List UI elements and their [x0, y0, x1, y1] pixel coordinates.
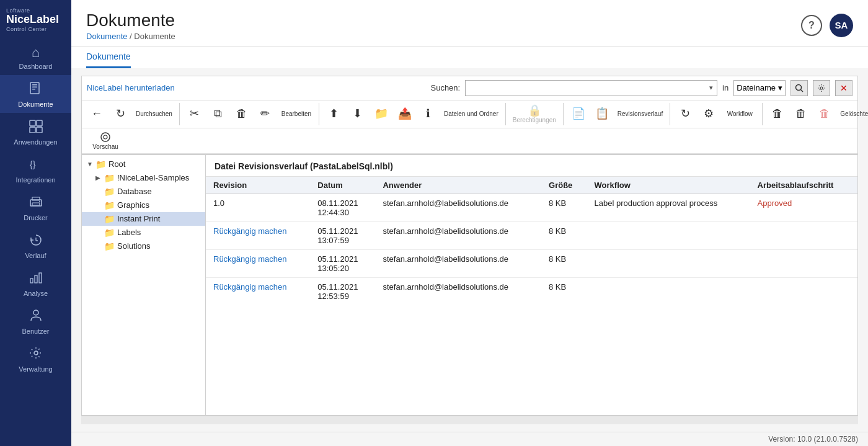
svg-point-18	[33, 310, 38, 315]
workflow-settings-button[interactable]: ⚙	[698, 106, 720, 122]
browse-label: Durchsuchen	[136, 110, 172, 117]
sidebar-item-dashboard[interactable]: ⌂ Dashboard	[0, 38, 71, 75]
refresh-button[interactable]: ↻	[109, 106, 131, 122]
preview-button[interactable]: Vorschau	[87, 130, 124, 152]
breadcrumb-link[interactable]: Dokumente	[86, 32, 127, 41]
svg-point-22	[820, 87, 823, 89]
svg-line-21	[801, 89, 804, 92]
delete-button[interactable]: 🗑	[231, 106, 253, 122]
header: Dokumente Dokumente / Dokumente ? SA	[71, 0, 868, 47]
applications-icon	[29, 119, 43, 136]
revisions-compare-button[interactable]: 📋	[591, 106, 613, 122]
toolbar-group-deleted: 🗑 🗑 🗑 Gelöschte Elemente	[763, 103, 868, 125]
sidebar-item-benutzer[interactable]: Benutzer	[0, 302, 71, 340]
cell-groesse: 8 KB	[541, 249, 587, 277]
sidebar-item-analyse[interactable]: Analyse	[0, 264, 71, 302]
tree-item-labels[interactable]: ▶ 📁 Labels	[82, 226, 205, 239]
download-button[interactable]: ⬇	[347, 106, 369, 122]
delete2-button[interactable]: 🗑	[790, 106, 812, 122]
undo-link[interactable]: Rückgängig machen	[213, 226, 303, 236]
delete3-icon: 🗑	[819, 108, 830, 119]
settings-button[interactable]	[813, 80, 830, 96]
workflow-label[interactable]: Workflow	[721, 109, 758, 119]
upload-button[interactable]: ⬆	[323, 106, 345, 122]
deleted-label[interactable]: Gelöschte Elemente	[837, 109, 868, 119]
in-label: in	[722, 83, 728, 92]
delete3-button[interactable]: 🗑	[813, 106, 836, 122]
cell-anwender: stefan.arnhold@labelidsolutions.de	[375, 194, 541, 221]
cell-groesse: 8 KB	[541, 221, 587, 249]
edit-label[interactable]: Bearbeiten	[278, 109, 315, 119]
sidebar-item-anwendungen[interactable]: Anwendungen	[0, 113, 71, 151]
cut-button[interactable]: ✂	[184, 106, 206, 122]
back-button[interactable]: ←	[86, 106, 108, 122]
toolbar-group-revision: 📄 📋 Revisionsverlauf	[564, 103, 670, 125]
browse-button[interactable]: Durchsuchen	[133, 109, 175, 119]
tree-root-label: Root	[108, 159, 125, 169]
copy-button[interactable]: ⧉	[207, 106, 229, 122]
file-tree: ▼ 📁 Root ▶ 📁 !NiceLabel-Samples ▶ 📁 Data…	[82, 155, 206, 415]
workflow-label-text: Workflow	[727, 110, 753, 117]
revisions-doc-button[interactable]: 📄	[567, 106, 590, 122]
tree-item-graphics[interactable]: ▶ 📁 Graphics	[82, 198, 205, 212]
toolbar-group-edit: ✂ ⧉ 🗑 ✏ Bearbeiten	[180, 103, 319, 125]
svg-text:{}: {}	[30, 159, 36, 169]
dateiname-select[interactable]: Dateiname ▾	[733, 80, 786, 96]
upload-icon: ⬆	[329, 108, 339, 119]
settings-icon	[29, 346, 43, 363]
help-button[interactable]: ?	[801, 15, 822, 36]
icon-toolbar: ← ↻ Durchsuchen ✂ ⧉	[82, 100, 857, 128]
workflow-refresh-button[interactable]: ↻	[674, 106, 696, 122]
tree-item-label: Labels	[117, 228, 141, 237]
folder-icon: 📁	[104, 241, 115, 251]
split-area: ▼ 📁 Root ▶ 📁 !NiceLabel-Samples ▶ 📁 Data…	[81, 154, 858, 416]
newfolder-button[interactable]: 📁	[370, 106, 392, 122]
tab-dokumente[interactable]: Dokumente	[86, 47, 131, 68]
tree-root[interactable]: ▼ 📁 Root	[82, 158, 205, 171]
permissions-button[interactable]: 🔒 Berechtigungen	[510, 103, 559, 125]
revision-panel: Datei Revisionsverlauf (PastaLabelSql.nl…	[206, 155, 857, 415]
tree-item-database[interactable]: ▶ 📁 Database	[82, 185, 205, 198]
table-header-row: Revision Datum Anwender Größe Workflow A…	[206, 177, 857, 194]
revisions-compare-icon: 📋	[595, 108, 609, 119]
tree-item-nicelabel-samples[interactable]: ▶ 📁 !NiceLabel-Samples	[82, 171, 205, 185]
cell-workflow	[587, 221, 750, 249]
export-button[interactable]: 📤	[394, 106, 416, 122]
toolbar-group-files: ⬆ ⬇ 📁 📤 ℹ Dateien und Ordner	[319, 103, 506, 125]
svg-rect-4	[30, 120, 35, 126]
revisions-label[interactable]: Revisionsverlauf	[614, 109, 666, 119]
files-label[interactable]: Dateien und Ordner	[441, 109, 502, 119]
files-label-text: Dateien und Ordner	[444, 110, 498, 117]
sidebar-item-drucker[interactable]: Drucker	[0, 189, 71, 226]
sidebar-item-dokumente[interactable]: Dokumente	[0, 75, 71, 113]
cell-revision: Rückgängig machen	[206, 249, 310, 277]
documents-icon	[29, 81, 43, 99]
sidebar-item-verlauf[interactable]: Verlauf	[0, 226, 71, 264]
undo-link[interactable]: Rückgängig machen	[213, 282, 303, 292]
tree-item-solutions[interactable]: ▶ 📁 Solutions	[82, 239, 205, 253]
restore-button[interactable]: 🗑	[766, 106, 789, 122]
sidebar-item-label: Verwaltung	[19, 365, 52, 373]
sidebar-item-integrationen[interactable]: {} Integrationen	[0, 151, 71, 189]
user-icon	[29, 308, 43, 326]
undo-link[interactable]: Rückgängig machen	[213, 254, 303, 264]
tree-item-instant-print[interactable]: ▶ 📁 Instant Print	[82, 212, 205, 226]
close-button[interactable]: ✕	[835, 80, 852, 96]
nicelabel-download-link[interactable]: NiceLabel herunterladen	[87, 83, 175, 92]
search-dropdown-icon[interactable]: ▾	[708, 84, 714, 92]
horizontal-scrollbar[interactable]	[81, 416, 858, 424]
sidebar-item-verwaltung[interactable]: Verwaltung	[0, 340, 71, 378]
root-folder-icon: 📁	[95, 159, 106, 169]
tabs-bar: Dokumente	[71, 47, 868, 68]
svg-point-20	[796, 84, 802, 90]
avatar[interactable]: SA	[830, 14, 853, 37]
info-button[interactable]: ℹ	[417, 106, 440, 122]
approved-link[interactable]: Approved	[758, 198, 792, 208]
sidebar-item-label: Drucker	[24, 214, 48, 221]
search-button[interactable]	[790, 80, 808, 96]
main-content: Dokumente Dokumente / Dokumente ? SA Dok…	[71, 0, 868, 446]
search-input-wrap: ▾	[465, 80, 717, 96]
cell-schritt[interactable]: Approved	[750, 194, 857, 221]
search-input[interactable]	[468, 83, 708, 92]
rename-button[interactable]: ✏	[254, 106, 277, 122]
